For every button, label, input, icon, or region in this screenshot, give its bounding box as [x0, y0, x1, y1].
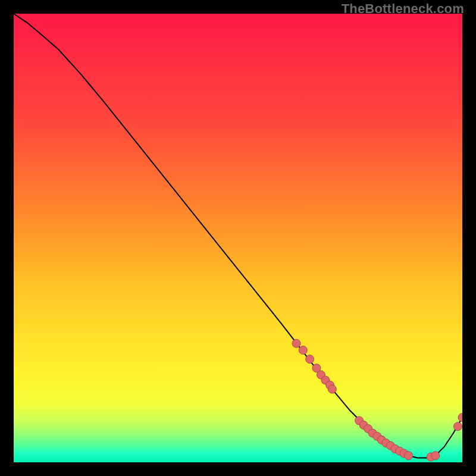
plot-area — [14, 14, 462, 462]
highlight-dot — [299, 346, 307, 355]
highlight-dot — [431, 452, 440, 460]
bottleneck-curve — [14, 14, 462, 458]
highlighted-dots-group — [292, 339, 462, 461]
chart-stage: TheBottleneck.com — [0, 0, 476, 476]
highlight-dot — [453, 422, 462, 431]
highlight-dot — [292, 339, 300, 347]
highlight-dot — [328, 385, 336, 393]
highlight-dot — [458, 414, 462, 422]
highlight-dot — [405, 452, 413, 460]
highlight-dot — [306, 355, 314, 364]
chart-overlay-svg — [14, 14, 462, 462]
